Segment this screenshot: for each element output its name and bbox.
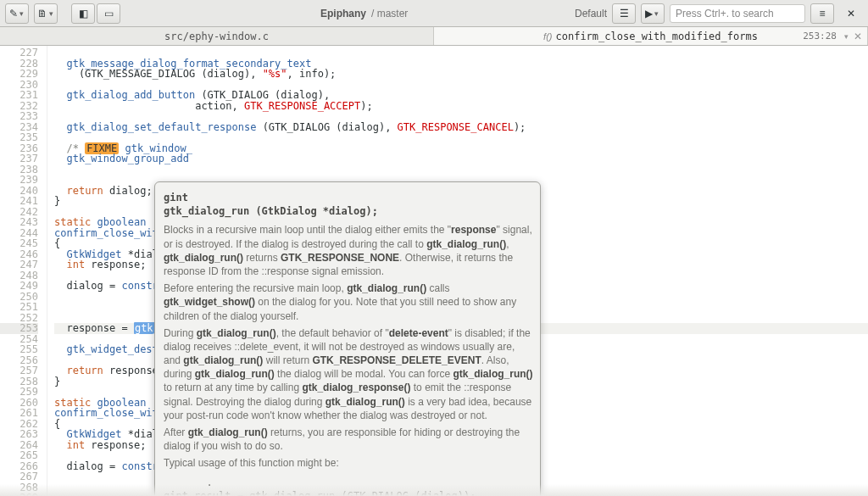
tooltip-para-2: Before entering the recursive main loop,… bbox=[164, 281, 533, 323]
close-window-button[interactable]: ✕ bbox=[839, 3, 863, 24]
tab-menu-caret[interactable]: ▾ bbox=[844, 32, 849, 41]
build-config-label: Default bbox=[575, 8, 607, 20]
tab-close-button[interactable]: ✕ bbox=[854, 31, 862, 42]
line-gutter: 2272282292302312322332342352362372382392… bbox=[0, 46, 47, 496]
search-placeholder: Press Ctrl+. to search bbox=[676, 8, 774, 20]
cursor-position: 253:28 bbox=[803, 31, 837, 42]
editor[interactable]: 2272282292302312322332342352362372382392… bbox=[0, 46, 868, 496]
build-config-button[interactable]: ☰ bbox=[612, 3, 636, 24]
panel-left-button[interactable]: ◧ bbox=[71, 3, 95, 24]
close-icon: ✕ bbox=[847, 8, 855, 19]
open-menu-button[interactable]: 🗎▾ bbox=[34, 3, 58, 24]
tab-bar: src/ephy-window.c f() confirm_close_with… bbox=[0, 27, 868, 46]
tab-symbol-prefix: f() bbox=[543, 31, 552, 42]
edit-menu-button[interactable]: ✎▾ bbox=[5, 3, 29, 24]
tab-symbol-label: confirm_close_with_modified_forms bbox=[555, 31, 757, 42]
tab-symbol[interactable]: f() confirm_close_with_modified_forms 25… bbox=[434, 27, 868, 45]
run-button[interactable]: ▶▾ bbox=[641, 3, 665, 24]
tooltip-return-type: gint bbox=[164, 192, 188, 203]
panel-bottom-icon: ▭ bbox=[104, 8, 114, 19]
project-branch: / master bbox=[371, 8, 408, 20]
tab-file-label: src/ephy-window.c bbox=[164, 31, 269, 42]
panel-bottom-button[interactable]: ▭ bbox=[97, 3, 120, 24]
project-name: Epiphany bbox=[320, 8, 366, 20]
pencil-icon: ✎ bbox=[9, 8, 18, 19]
search-input[interactable]: Press Ctrl+. to search bbox=[670, 4, 805, 23]
tooltip-para-4: After gtk_dialog_run() returns, you are … bbox=[164, 426, 533, 453]
tooltip-fn-name: gtk_dialog_run bbox=[164, 205, 249, 217]
settings-small-icon: ☰ bbox=[620, 8, 629, 19]
tooltip-para-1: Blocks in a recursive main loop until th… bbox=[164, 223, 533, 278]
toolbar: ✎▾ 🗎▾ ◧ ▭ Epiphany / master Default ☰ ▶▾… bbox=[0, 0, 868, 27]
tooltip-para-5: Typical usage of this function might be: bbox=[164, 456, 533, 470]
hamburger-icon: ≡ bbox=[819, 8, 825, 19]
tooltip-code-example: . gint result = gtk_dialog_run (GTK_DIAL… bbox=[164, 476, 533, 496]
open-icon: 🗎 bbox=[37, 8, 47, 19]
tooltip-para-3: During gtk_dialog_run(), the default beh… bbox=[164, 326, 533, 422]
play-icon: ▶ bbox=[645, 8, 653, 19]
doc-tooltip: gint gtk_dialog_run (GtkDialog *dialog);… bbox=[154, 181, 541, 496]
hamburger-button[interactable]: ≡ bbox=[810, 3, 834, 24]
panel-left-icon: ◧ bbox=[79, 8, 88, 19]
tab-file[interactable]: src/ephy-window.c bbox=[0, 27, 434, 45]
